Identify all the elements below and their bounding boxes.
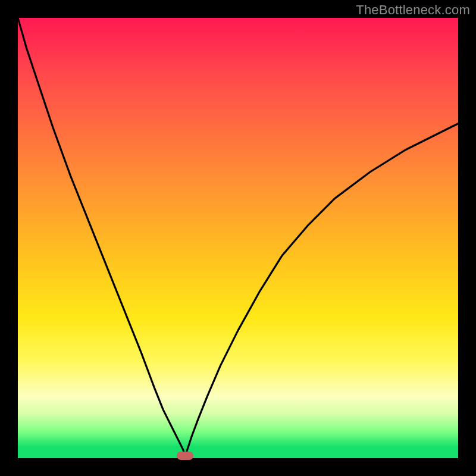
bottleneck-curve (18, 18, 458, 458)
plot-area (18, 18, 458, 458)
chart-frame: TheBottleneck.com (0, 0, 476, 476)
watermark-text: TheBottleneck.com (356, 2, 470, 18)
minimum-marker (177, 452, 193, 460)
